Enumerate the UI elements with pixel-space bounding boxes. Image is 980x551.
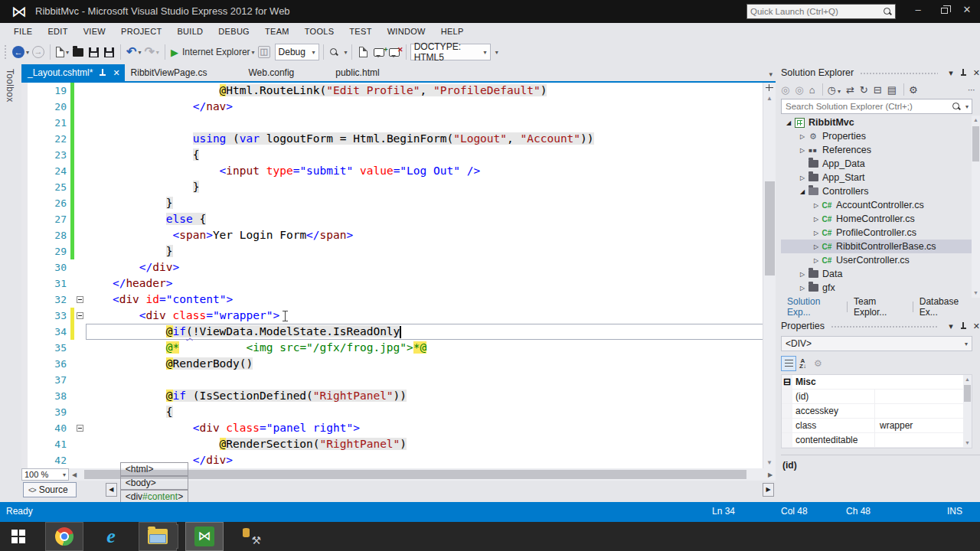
close-icon[interactable]: ✕ [113,68,119,78]
code-line[interactable]: 37 [21,372,776,388]
redo-button[interactable]: ↷▾ [142,43,160,61]
expander-icon[interactable]: ▷ [798,133,807,140]
save-all-button[interactable] [101,43,116,61]
search-options-dropdown[interactable]: ▾ [965,103,969,110]
scroll-up-arrow[interactable]: ▲ [972,116,980,125]
expander-icon[interactable]: ◢ [798,188,807,195]
property-row--id-[interactable]: (id) [782,390,972,404]
tree-item-data[interactable]: ▷Data [781,267,980,281]
code-line[interactable]: 36 @RenderBody() [21,356,776,372]
tab-ribbitviewpage-cs[interactable]: RibbitViewPage.cs [125,64,243,81]
se-overflow-icon[interactable]: ⋯ [968,86,975,94]
menu-item-team[interactable]: TEAM [257,23,297,40]
code-line[interactable]: 25 } [21,179,776,195]
menu-item-test[interactable]: TEST [341,23,379,40]
new-file-button[interactable]: ▾ [54,43,70,61]
document-outline-button[interactable] [356,43,371,61]
alphabetical-icon[interactable]: AZ↓ [799,358,806,369]
source-view-button[interactable]: <> Source [23,482,77,497]
tool-tab-team-explor-[interactable]: Team Explor... [848,296,913,318]
code-line[interactable]: 33 <div class="wrapper"> [21,308,776,324]
code-line[interactable]: 27 else { [21,211,776,227]
open-file-button[interactable] [70,43,86,61]
code-line[interactable]: 39 { [21,404,776,420]
taskbar-explorer-button[interactable] [139,522,177,551]
expander-icon[interactable]: ◢ [784,119,793,126]
scroll-right-arrow[interactable]: ▶ [765,471,776,478]
expander-icon[interactable]: ▷ [812,202,821,209]
object-selector[interactable]: <DIV>▾ [781,336,972,351]
collapse-icon[interactable] [77,296,83,303]
menu-item-file[interactable]: FILE [6,23,40,40]
tool-tab-database-ex-[interactable]: Database Ex... [913,296,980,318]
property-row-contenteditable[interactable]: contenteditable [782,433,972,448]
code-editor[interactable]: 19 @Html.RouteLink("Edit Profile", "Prof… [21,83,776,468]
code-line[interactable]: 35 @* <img src="/gfx/frog.jpg">*@ [21,340,776,356]
code-line[interactable]: 28 <span>Yer Login Form</span> [21,227,776,243]
collapse-icon[interactable] [77,425,83,432]
tree-item-usercontroller-cs[interactable]: ▷C#UserController.cs [781,253,980,267]
tree-item-properties[interactable]: ▷⚙Properties [781,129,980,143]
close-icon[interactable]: ✕ [973,68,980,78]
tree-item-app-data[interactable]: App_Data [781,157,980,171]
code-line[interactable]: 41 @RenderSection("RightPanel") [21,436,776,452]
expander-icon[interactable]: ▷ [798,174,807,181]
tree-item-controllers[interactable]: ◢Controllers [781,184,980,198]
undo-button[interactable]: ↶▾ [125,43,142,61]
menu-item-build[interactable]: BUILD [169,23,211,40]
code-line[interactable]: 22 using (var logoutForm = Html.BeginFor… [21,131,776,147]
property-category-row[interactable]: ⊟Misc [782,375,972,390]
toolbox-tab[interactable]: Toolbox [0,64,20,106]
tree-item-profilecontroller-cs[interactable]: ▷C#ProfileController.cs [781,226,980,240]
start-debug-button[interactable]: ▶ Internet Explorer ▾ [169,43,256,61]
tree-item-homecontroller-cs[interactable]: ▷C#HomeController.cs [781,212,980,226]
expander-icon[interactable]: ▷ [798,285,807,292]
pin-icon[interactable] [960,321,967,331]
vertical-scrollbar[interactable]: ▲ ▼ [763,83,776,468]
taskbar-admin-tools-button[interactable]: ⚒ [232,522,270,551]
solution-config-select[interactable]: Debug▾ [275,44,319,60]
code-line[interactable]: 19 @Html.RouteLink("Edit Profile", "Prof… [21,83,776,99]
browser-select[interactable]: Internet Explorer [182,47,250,57]
categorized-icon[interactable] [781,356,796,371]
scroll-thumb[interactable] [765,181,775,276]
tree-item-ribbitmvc[interactable]: ◢RibbitMvc [781,116,980,129]
remove-comment-button[interactable]: ✕ [387,43,402,61]
scroll-left-arrow[interactable]: ◀ [69,471,80,478]
tree-item-app-start[interactable]: ▷App_Start [781,171,980,184]
save-button[interactable] [86,43,101,61]
property-pages-icon[interactable]: ⚙ [814,358,822,369]
code-line[interactable]: 20 </nav> [21,99,776,115]
menu-item-project[interactable]: PROJECT [113,23,169,40]
property-row-accesskey[interactable]: accesskey [782,404,972,419]
pin-icon[interactable] [99,68,106,77]
zoom-select[interactable]: 100 %▾ [21,468,69,481]
add-comment-button[interactable]: + [371,43,387,61]
quick-launch-input[interactable] [747,7,883,16]
properties-scrollbar[interactable]: ▲ ▼ [963,375,972,448]
solution-search-box[interactable]: ▾ [781,99,972,114]
property-row-class[interactable]: classwrapper [782,419,972,433]
toolbar-overflow[interactable]: ▾ [345,49,348,56]
scroll-up-arrow[interactable]: ▲ [763,93,776,104]
code-line[interactable]: 40 <div class="panel right"> [21,420,776,436]
scroll-down-arrow[interactable]: ▼ [972,289,980,298]
quick-launch-box[interactable] [746,4,896,19]
code-line[interactable]: 21 [21,115,776,131]
code-line[interactable]: 30 </div> [21,259,776,276]
se-forward-icon[interactable]: ◎ [795,84,803,96]
tree-item-ribbitcontrollerbase-cs[interactable]: ▷C#RibbitControllerBase.cs [781,240,980,253]
menu-item-edit[interactable]: EDIT [40,23,75,40]
close-button[interactable]: ✕ [954,0,980,20]
scroll-down-arrow[interactable]: ▼ [763,458,776,468]
attach-button[interactable]: ◫ [256,43,272,61]
restore-button[interactable] [931,0,957,20]
scroll-thumb[interactable] [964,385,971,402]
code-line[interactable]: 26 } [21,195,776,211]
code-line[interactable]: 31 </header> [21,276,776,292]
menu-item-view[interactable]: VIEW [76,23,113,40]
code-line[interactable]: 29 } [21,243,776,259]
tab-public-html[interactable]: public.html [329,64,414,81]
scroll-thumb[interactable] [972,126,979,161]
navigate-back-button[interactable]: ←▾ [11,43,31,61]
